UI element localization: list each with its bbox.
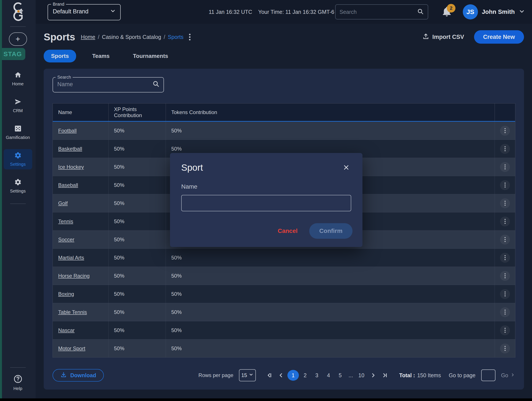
sidebar-nav: HomeCRMGamificationSettingsSettings — [0, 69, 36, 196]
row-kebab-icon[interactable] — [500, 198, 510, 208]
sidebar-item-settings[interactable]: Settings — [4, 176, 32, 196]
sidebar-item-crm[interactable]: CRM — [4, 95, 32, 116]
row-kebab-icon[interactable] — [500, 271, 510, 281]
go-button[interactable]: Go — [501, 372, 515, 378]
tab-teams[interactable]: Teams — [85, 50, 117, 62]
create-new-button[interactable]: Create New — [474, 30, 524, 44]
row-name-link[interactable]: Martial Arts — [58, 255, 84, 261]
sidebar-item-label: Settings — [10, 162, 25, 167]
sidebar-divider — [10, 26, 26, 27]
row-kebab-icon[interactable] — [500, 144, 510, 154]
page-first-icon[interactable] — [264, 370, 275, 381]
breadcrumb-home[interactable]: Home — [81, 34, 95, 40]
add-button[interactable]: + — [9, 32, 27, 46]
column-header-xp: XP Points Contribution — [108, 104, 166, 121]
notifications-button[interactable]: 2 — [441, 6, 454, 19]
import-csv-button[interactable]: Import CSV — [422, 33, 464, 41]
download-button[interactable]: Download — [53, 369, 104, 382]
rows-per-page-select[interactable]: 15 — [239, 369, 256, 381]
pagination-area: Rows per page 15 12345...10 Total : 150 … — [198, 369, 515, 381]
row-tokens-value: 50% — [166, 285, 495, 303]
page-button-4[interactable]: 4 — [323, 370, 334, 381]
sidebar-item-label: Home — [12, 81, 24, 86]
row-name-link[interactable]: Ice Hockey — [58, 164, 84, 170]
app-logo — [10, 2, 26, 23]
row-name-link[interactable]: Table Tennis — [58, 309, 87, 315]
row-kebab-icon[interactable] — [500, 162, 510, 172]
gear-icon — [14, 152, 22, 160]
tab-tournaments[interactable]: Tournaments — [126, 50, 176, 62]
sidebar-item-gamification[interactable]: Gamification — [4, 122, 32, 143]
breadcrumb: Home / Casino & Sports Catalog / Sports — [81, 34, 184, 40]
tab-sports[interactable]: Sports — [44, 50, 76, 62]
kebab-icon[interactable] — [188, 32, 192, 42]
sidebar-item-label: Help — [13, 386, 22, 391]
breadcrumb-catalog[interactable]: Casino & Sports Catalog — [102, 34, 161, 40]
row-name-link[interactable]: Nascar — [58, 327, 75, 333]
total: Total : 150 Items — [399, 372, 441, 378]
table-header: Name XP Points Contribution Tokens Contr… — [53, 104, 515, 122]
row-name-link[interactable]: Football — [58, 128, 76, 134]
row-kebab-icon[interactable] — [500, 325, 510, 335]
row-tokens-value: 50% — [166, 122, 495, 140]
chevron-right-icon — [510, 372, 515, 378]
row-kebab-icon[interactable] — [500, 289, 510, 299]
global-search-input[interactable] — [340, 9, 417, 15]
column-header-actions — [495, 104, 515, 121]
rows-per-page-label: Rows per page — [198, 372, 233, 378]
row-name-link[interactable]: Soccer — [58, 237, 74, 243]
page-button-10[interactable]: 10 — [356, 370, 367, 381]
modal-title: Sport — [181, 162, 203, 173]
sidebar-item-home[interactable]: Home — [4, 69, 32, 89]
row-name-link[interactable]: Horse Racing — [58, 273, 89, 279]
row-name-link[interactable]: Motor Sport — [58, 345, 85, 352]
page-button-2[interactable]: 2 — [300, 370, 310, 381]
row-kebab-icon[interactable] — [500, 307, 510, 317]
row-kebab-icon[interactable] — [500, 344, 510, 353]
table-search-input[interactable] — [57, 81, 152, 88]
cancel-button[interactable]: Cancel — [278, 228, 298, 234]
row-xp-value: 50% — [108, 249, 166, 267]
help-icon — [13, 374, 23, 385]
bell-icon — [441, 14, 452, 18]
row-kebab-icon[interactable] — [500, 253, 510, 263]
row-name-link[interactable]: Basketball — [58, 146, 82, 152]
page-next-icon[interactable] — [368, 370, 379, 381]
close-icon[interactable] — [341, 162, 351, 173]
sidebar-item-label: Settings — [10, 189, 25, 194]
page-prev-icon[interactable] — [276, 370, 286, 381]
table-search-label: Search — [56, 75, 73, 80]
sidebar-item-settings[interactable]: Settings — [4, 149, 32, 169]
row-name-link[interactable]: Baseball — [58, 182, 78, 188]
brand-select[interactable]: Brand Default Brand — [48, 2, 121, 20]
row-name-link[interactable]: Golf — [58, 200, 68, 206]
confirm-button[interactable]: Confirm — [309, 223, 353, 239]
search-icon[interactable] — [417, 8, 424, 16]
search-icon[interactable] — [152, 80, 160, 88]
bottom-bar — [0, 398, 532, 401]
page-button-1[interactable]: 1 — [287, 370, 299, 381]
row-kebab-icon[interactable] — [500, 126, 510, 136]
row-kebab-icon[interactable] — [500, 235, 510, 245]
goto-page-input[interactable] — [481, 370, 495, 381]
column-header-name: Name — [53, 104, 108, 121]
sidebar-item-label: Gamification — [6, 135, 30, 140]
modal-name-input[interactable] — [181, 195, 351, 211]
sidebar-divider — [10, 367, 26, 368]
plus-icon: + — [16, 35, 20, 44]
table-row: Nascar50%50% — [53, 321, 515, 339]
page-button-5[interactable]: 5 — [335, 370, 346, 381]
sidebar-item-help[interactable]: Help — [13, 374, 23, 391]
chevron-down-icon — [110, 8, 116, 15]
total-label: Total : — [399, 372, 415, 378]
page-last-icon[interactable] — [379, 370, 390, 381]
user-menu[interactable]: JS John Smith — [463, 0, 525, 24]
row-name-link[interactable]: Tennis — [58, 218, 73, 224]
go-label: Go — [501, 372, 508, 378]
breadcrumb-current[interactable]: Sports — [168, 34, 184, 40]
row-kebab-icon[interactable] — [500, 216, 510, 226]
row-name-link[interactable]: Boxing — [58, 291, 74, 297]
page-button-3[interactable]: 3 — [311, 370, 322, 381]
row-kebab-icon[interactable] — [500, 180, 510, 190]
home-icon — [14, 71, 22, 80]
